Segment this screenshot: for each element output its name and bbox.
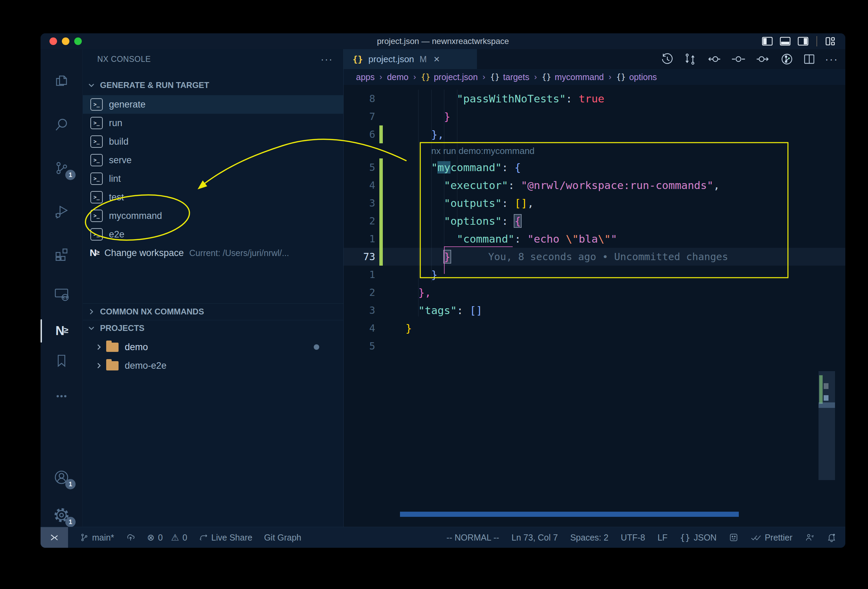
search-icon[interactable]	[41, 108, 83, 141]
code-line[interactable]: 1 }	[344, 266, 845, 283]
target-item-lint[interactable]: >_ lint	[83, 170, 343, 188]
code-text: },	[406, 286, 431, 299]
code-line[interactable]: 3 "tags": []	[344, 301, 845, 319]
editor-more-actions-icon[interactable]: ···	[825, 53, 838, 65]
cursor-position-item[interactable]: Ln 73, Col 7	[512, 533, 558, 543]
breadcrumb-item[interactable]: demo	[387, 72, 409, 82]
tab-project-json[interactable]: {} project.json M ×	[344, 49, 477, 69]
more-views-icon[interactable]	[41, 380, 83, 413]
target-item-run[interactable]: >_ run	[83, 114, 343, 132]
customize-layout-icon[interactable]	[825, 36, 836, 47]
explorer-icon[interactable]	[41, 65, 83, 98]
breadcrumb-item[interactable]: options	[629, 72, 657, 82]
code-line[interactable]: 2 },	[344, 283, 845, 301]
code-line[interactable]: 6 },	[344, 125, 845, 143]
chevron-right-icon[interactable]	[95, 362, 103, 369]
language-mode-item[interactable]: {} JSON	[680, 533, 717, 543]
breadcrumb-item[interactable]: project.json	[434, 72, 478, 82]
code-line[interactable]: 8 "passWithNoTests": true	[344, 90, 845, 108]
git-added-gutter	[379, 90, 383, 108]
code-text: "command": "echo \"bla\""	[406, 233, 617, 245]
extensions-icon[interactable]	[41, 238, 83, 270]
git-graph-item[interactable]: Git Graph	[264, 533, 301, 543]
git-added-gutter	[379, 108, 383, 125]
toggle-panel-icon[interactable]	[779, 35, 791, 47]
breadcrumb-item[interactable]: mycommand	[555, 72, 604, 82]
next-change-icon[interactable]	[756, 53, 771, 66]
bookmarks-icon[interactable]	[41, 344, 83, 377]
open-changes-icon[interactable]	[683, 53, 697, 66]
target-item-mycommand[interactable]: >_ mycommand	[83, 207, 343, 225]
toggle-secondary-sidebar-icon[interactable]	[797, 35, 809, 47]
source-control-icon[interactable]: 1	[41, 152, 83, 185]
code-line[interactable]: 5	[344, 337, 845, 355]
eol-item[interactable]: LF	[657, 533, 667, 543]
live-share-item[interactable]: Live Share	[199, 533, 252, 543]
code-line[interactable]: 5 "mycommand": {	[344, 158, 845, 176]
breadcrumbs: apps › demo › {} project.json › {} targe…	[344, 69, 845, 85]
line-number: 4	[344, 179, 375, 191]
target-item-build[interactable]: >_ build	[83, 132, 343, 151]
chevron-right-icon[interactable]	[95, 343, 103, 351]
codelens-run-command[interactable]: nx run demo:mycommand	[344, 143, 845, 158]
git-added-gutter	[379, 158, 383, 176]
breadcrumb-item[interactable]: targets	[503, 72, 529, 82]
code-editor[interactable]: 8 "passWithNoTests": true7 }6 },nx run d…	[344, 85, 845, 527]
indentation-item[interactable]: Spaces: 2	[570, 533, 608, 543]
timeline-history-icon[interactable]	[661, 53, 674, 66]
breadcrumb-separator: ›	[534, 72, 537, 82]
prettier-item[interactable]: Prettier	[751, 533, 793, 543]
gitlens-graph-icon[interactable]	[780, 53, 793, 66]
section-common-nx-commands[interactable]: COMMON NX COMMANDS	[83, 303, 343, 320]
errors-item[interactable]: ⊗ 0 ⚠ 0	[147, 532, 187, 543]
code-line[interactable]: 7 }	[344, 108, 845, 125]
current-change-icon[interactable]	[731, 53, 746, 66]
section-generate-run-target[interactable]: GENERATE & RUN TARGET	[83, 77, 343, 93]
notifications-bell-icon[interactable]	[827, 533, 836, 542]
change-workspace-item[interactable]: N≥ Change workspace Current: /Users/juri…	[83, 244, 343, 262]
breadcrumb-separator: ›	[608, 72, 611, 82]
target-item-generate[interactable]: >_ generate	[83, 95, 343, 114]
accounts-badge: 1	[65, 479, 75, 489]
live-share-contact-icon[interactable]	[805, 533, 814, 542]
remote-indicator[interactable]	[41, 527, 68, 548]
terminal-icon: >_	[90, 173, 103, 185]
toggle-sidebar-icon[interactable]	[762, 35, 773, 47]
breadcrumb-separator: ›	[483, 72, 485, 82]
editor-group: {} project.json M × ··· apps	[344, 49, 845, 527]
horizontal-scrollbar[interactable]	[400, 512, 739, 517]
project-item-demo-e2e[interactable]: demo-e2e	[83, 356, 343, 375]
target-item-e2e[interactable]: >_ e2e	[83, 225, 343, 244]
line-number: 8	[344, 93, 375, 105]
section-projects[interactable]: PROJECTS	[83, 320, 343, 336]
code-line[interactable]: 2 "options": {	[344, 212, 845, 230]
nx-console-icon[interactable]: N≥	[41, 314, 83, 347]
source-control-badge: 1	[65, 170, 75, 180]
code-line[interactable]: 4 "executor": "@nrwl/workspace:run-comma…	[344, 176, 845, 194]
split-editor-icon[interactable]	[803, 53, 815, 65]
sync-changes-item[interactable]	[126, 533, 135, 542]
target-item-serve[interactable]: >_ serve	[83, 151, 343, 170]
json-braces-icon: {}	[680, 533, 690, 543]
accounts-icon[interactable]: 1	[41, 461, 83, 494]
code-line[interactable]: 73 }You, 8 seconds ago • Uncommitted cha…	[344, 248, 845, 266]
code-line[interactable]: 1 "command": "echo \"bla\""	[344, 230, 845, 248]
close-tab-icon[interactable]: ×	[434, 53, 440, 65]
sidebar-more-actions-icon[interactable]: ···	[320, 53, 333, 65]
encoding-item[interactable]: UTF-8	[621, 533, 645, 543]
previous-change-icon[interactable]	[706, 53, 721, 66]
project-item-demo[interactable]: demo	[83, 338, 343, 356]
window-title: project.json — newnxreactwrkspace	[41, 33, 845, 49]
git-branch-item[interactable]: main*	[80, 533, 114, 543]
code-line[interactable]: 4}	[344, 319, 845, 337]
breadcrumb-item[interactable]: apps	[356, 72, 375, 82]
code-line[interactable]: 3 "outputs": [],	[344, 194, 845, 212]
target-item-test[interactable]: >_ test	[83, 188, 343, 207]
code-text: "passWithNoTests": true	[406, 92, 604, 105]
git-added-gutter	[379, 212, 383, 230]
line-number: 3	[344, 197, 375, 209]
remote-explorer-icon[interactable]	[41, 277, 83, 310]
feedback-smiley-icon[interactable]	[729, 533, 738, 542]
run-debug-icon[interactable]	[41, 195, 83, 228]
line-number: 5	[344, 340, 375, 352]
